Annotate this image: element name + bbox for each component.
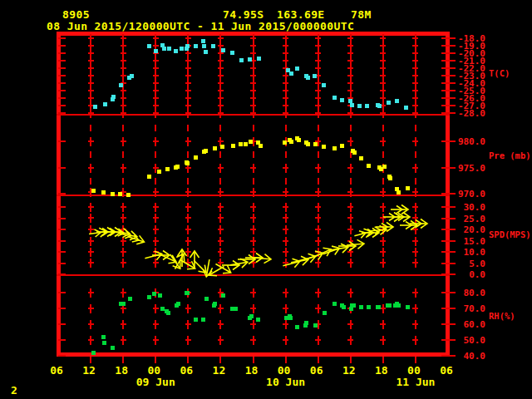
grid-plus-mark [88, 304, 94, 313]
grid-plus-mark [250, 225, 256, 234]
bottom-axis-tick [415, 357, 416, 363]
bottom-axis-tick [187, 357, 189, 363]
temperature-point [395, 99, 399, 103]
pressure-point [388, 176, 392, 180]
relative-humidity-ytick-label: 40.0 [449, 351, 485, 361]
grid-plus-mark [412, 164, 418, 173]
relative-humidity-point [185, 291, 190, 295]
relative-humidity-point [256, 318, 260, 322]
pressure-point [185, 161, 190, 165]
left-axis-tick [58, 37, 66, 39]
time-range-title: 08 Jun 2015/120000UTC - 11 Jun 2015/0000… [47, 20, 354, 32]
grid-plus-mark [412, 248, 418, 257]
date-label: 09 Jun [129, 376, 182, 388]
relative-humidity-point [377, 305, 381, 309]
hour-label: 06 [307, 364, 327, 377]
grid-dash-mark [187, 178, 189, 185]
date-label: 11 Jun [389, 376, 442, 388]
grid-plus-mark [88, 336, 94, 345]
bottom-axis-tick [253, 357, 254, 363]
grid-plus-mark [218, 225, 224, 234]
hour-label: 00 [274, 364, 294, 377]
left-axis-tick [58, 45, 66, 47]
grid-plus-mark [250, 188, 256, 197]
grid-plus-mark [412, 259, 418, 268]
relative-humidity-point [387, 303, 392, 308]
grid-dash-mark [415, 151, 416, 158]
grid-plus-mark [315, 225, 321, 234]
hour-label: 18 [372, 364, 392, 377]
grid-plus-mark [121, 336, 126, 345]
temperature-point [387, 101, 391, 105]
grid-plus-mark [380, 248, 386, 257]
grid-plus-mark [347, 188, 353, 197]
pressure-point [283, 140, 287, 145]
pressure-point [147, 175, 151, 179]
grid-plus-mark [315, 203, 321, 212]
grid-plus-mark [185, 304, 191, 313]
grid-dash-mark [187, 125, 189, 131]
hour-label: 06 [436, 364, 456, 377]
left-axis-tick [58, 167, 66, 169]
temperature-point [295, 66, 299, 71]
grid-plus-mark [283, 214, 288, 223]
panel-divider-wind-rh [57, 274, 450, 276]
pressure-point [359, 156, 363, 160]
relative-humidity-point [342, 305, 346, 309]
grid-dash-mark [219, 178, 221, 185]
bottom-axis-tick [90, 357, 91, 363]
left-axis-tick [58, 292, 66, 293]
page-number: 2 [11, 384, 17, 397]
grid-dash-mark [122, 125, 124, 131]
grid-dash-mark [253, 125, 254, 131]
grid-plus-mark [218, 109, 224, 118]
grid-dash-mark [219, 125, 221, 131]
grid-plus-mark [283, 203, 288, 212]
grid-plus-mark [380, 336, 386, 345]
hour-label: 12 [79, 364, 99, 377]
grid-plus-mark [88, 203, 94, 212]
grid-plus-mark [315, 109, 321, 118]
pressure-point [118, 192, 122, 196]
relative-humidity-point [101, 335, 106, 339]
grid-dash-mark [318, 151, 319, 158]
grid-plus-mark [380, 109, 386, 118]
grid-plus-mark [218, 214, 224, 223]
left-axis-tick [58, 229, 66, 230]
grid-plus-mark [380, 320, 386, 329]
station-latitude: 74.95S [223, 8, 264, 21]
grid-plus-mark [121, 137, 126, 146]
grid-dash-mark [90, 125, 91, 131]
grid-dash-mark [350, 125, 352, 131]
temperature-point [174, 49, 178, 53]
relative-humidity-point [147, 295, 151, 299]
pressure-point [101, 190, 106, 195]
relative-humidity-point [304, 321, 308, 325]
pressure-point [313, 142, 318, 146]
left-axis-tick [58, 251, 66, 253]
left-axis-tick [58, 82, 66, 84]
station-elevation: 78M [351, 8, 372, 21]
grid-plus-mark [121, 164, 126, 173]
aws-meteogram-screen: 8905 74.95S 163.69E 78M 08 Jun 2015/1200… [0, 0, 532, 399]
relative-humidity-point [176, 302, 180, 306]
grid-plus-mark [121, 320, 126, 329]
grid-plus-mark [283, 336, 288, 345]
temperature-point [154, 49, 158, 53]
grid-plus-mark [412, 188, 418, 197]
grid-plus-mark [283, 109, 288, 118]
bottom-axis-tick [122, 357, 124, 363]
left-axis-tick [58, 97, 66, 99]
grid-dash-mark [415, 125, 416, 131]
wind-speed-ytick-label: 15.0 [449, 236, 485, 246]
temperature-point [180, 47, 184, 51]
hour-label: 12 [339, 364, 359, 377]
grid-dash-mark [285, 178, 287, 185]
pressure-ytick-label: 975.0 [449, 163, 485, 173]
grid-dash-mark [350, 178, 352, 185]
relative-humidity-point [295, 325, 299, 329]
grid-plus-mark [153, 137, 159, 146]
grid-plus-mark [88, 320, 94, 329]
pressure-point [306, 142, 310, 146]
temperature-point [306, 76, 310, 80]
